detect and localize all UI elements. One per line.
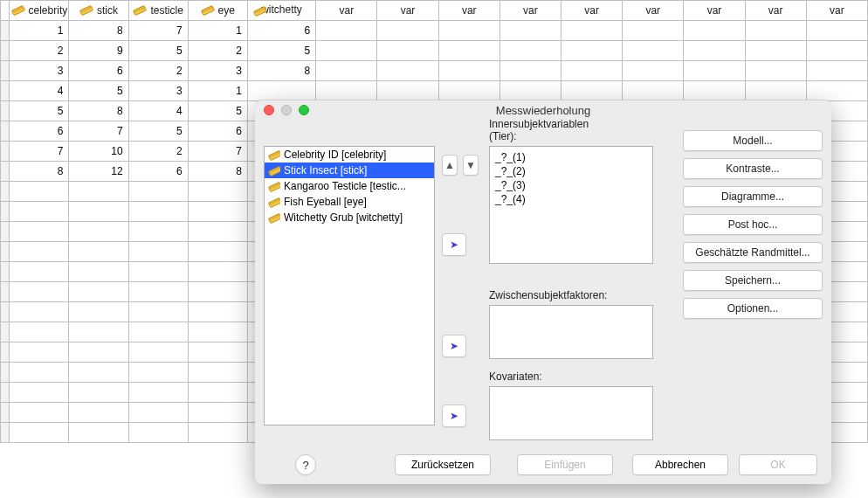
cell[interactable]: [745, 61, 806, 81]
cell[interactable]: 4: [128, 101, 188, 121]
cell[interactable]: 8: [69, 21, 128, 41]
cell[interactable]: [128, 242, 188, 262]
cell[interactable]: [69, 202, 128, 222]
cell[interactable]: 7: [128, 21, 188, 41]
row-header[interactable]: [1, 162, 10, 182]
cancel-button[interactable]: Abbrechen: [632, 454, 728, 475]
cell[interactable]: [10, 423, 69, 443]
cell[interactable]: [128, 282, 188, 302]
cell[interactable]: [623, 61, 684, 81]
help-button[interactable]: ?: [295, 454, 316, 475]
cell[interactable]: 1: [188, 81, 247, 101]
cell[interactable]: [806, 21, 867, 41]
cell[interactable]: 9: [69, 41, 128, 61]
col-header-stick[interactable]: stick: [69, 1, 128, 21]
cell[interactable]: 6: [247, 21, 315, 41]
cell[interactable]: [188, 423, 247, 443]
assign-covariate-button[interactable]: ➤: [442, 405, 466, 427]
variable-item[interactable]: Stick Insect [stick]: [265, 163, 434, 178]
cell[interactable]: [499, 81, 561, 101]
cell[interactable]: [377, 81, 438, 101]
col-header-empty[interactable]: var: [684, 1, 745, 21]
col-header-empty[interactable]: var: [377, 1, 438, 21]
cell[interactable]: [128, 322, 188, 342]
cell[interactable]: [438, 61, 499, 81]
cell[interactable]: 1: [10, 21, 69, 41]
move-up-button[interactable]: ▲: [442, 155, 458, 176]
cell[interactable]: [69, 423, 128, 443]
source-variable-list[interactable]: Celebrity ID [celebrity]Stick Insect [st…: [264, 146, 435, 425]
cell[interactable]: [438, 41, 499, 61]
cell[interactable]: 3: [188, 61, 247, 81]
cell[interactable]: [10, 383, 69, 403]
cell[interactable]: [188, 322, 247, 342]
assign-inner-button[interactable]: ➤: [442, 233, 466, 256]
cell[interactable]: [69, 302, 128, 322]
cell[interactable]: 5: [10, 101, 69, 121]
variable-item[interactable]: Kangaroo Testicle [testic...: [265, 178, 434, 194]
cell[interactable]: [499, 21, 561, 41]
zoom-icon[interactable]: [299, 105, 309, 115]
move-down-button[interactable]: ▼: [463, 155, 479, 176]
row-header[interactable]: [1, 302, 10, 322]
cell[interactable]: [69, 182, 128, 202]
cell[interactable]: [69, 403, 128, 423]
cell[interactable]: [806, 81, 867, 101]
col-header-empty[interactable]: var: [806, 1, 867, 21]
cell[interactable]: [10, 202, 69, 222]
cell[interactable]: [188, 403, 247, 423]
speichern-button[interactable]: Speichern...: [683, 270, 823, 291]
row-header[interactable]: [1, 342, 10, 363]
cell[interactable]: 12: [69, 162, 128, 182]
cell[interactable]: [10, 222, 69, 242]
cell[interactable]: 3: [128, 81, 188, 101]
cell[interactable]: [623, 81, 684, 101]
cell[interactable]: 7: [10, 142, 69, 162]
cell[interactable]: [745, 21, 806, 41]
cell[interactable]: [806, 61, 867, 81]
cell[interactable]: [561, 41, 623, 61]
row-header[interactable]: [1, 262, 10, 282]
row-header[interactable]: [1, 202, 10, 222]
cell[interactable]: 8: [247, 61, 315, 81]
cell[interactable]: [438, 21, 499, 41]
cell[interactable]: 8: [188, 162, 247, 182]
cell[interactable]: [69, 383, 128, 403]
optionen-button[interactable]: Optionen...: [683, 298, 823, 319]
cell[interactable]: [128, 182, 188, 202]
cell[interactable]: [247, 81, 315, 101]
row-header[interactable]: [1, 383, 10, 403]
cell[interactable]: [188, 202, 247, 222]
col-header-empty[interactable]: var: [623, 1, 684, 21]
cell[interactable]: 1: [188, 21, 247, 41]
gesch-tzte-randmittel-button[interactable]: Geschätzte Randmittel...: [683, 242, 823, 263]
cell[interactable]: [69, 262, 128, 282]
between-subject-list[interactable]: [489, 305, 653, 359]
cell[interactable]: [188, 262, 247, 282]
diagramme-button[interactable]: Diagramme...: [683, 186, 823, 207]
cell[interactable]: [69, 242, 128, 262]
variable-item[interactable]: Celebrity ID [celebrity]: [265, 147, 434, 163]
cell[interactable]: 5: [128, 41, 188, 61]
cell[interactable]: [316, 41, 377, 61]
cell[interactable]: 7: [69, 121, 128, 142]
cell[interactable]: 3: [10, 61, 69, 81]
modell-button[interactable]: Modell...: [683, 130, 823, 151]
cell[interactable]: [188, 282, 247, 302]
cell[interactable]: [128, 383, 188, 403]
cell[interactable]: 10: [69, 142, 128, 162]
cell[interactable]: 2: [188, 41, 247, 61]
assign-between-button[interactable]: ➤: [442, 335, 466, 357]
cell[interactable]: 6: [69, 61, 128, 81]
row-header[interactable]: [1, 403, 10, 423]
cell[interactable]: [69, 363, 128, 383]
row-header[interactable]: [1, 41, 10, 61]
col-header-eye[interactable]: eye: [188, 1, 247, 21]
cell[interactable]: [316, 61, 377, 81]
cell[interactable]: 6: [10, 121, 69, 142]
col-header-witchetty[interactable]: witchetty: [247, 1, 315, 21]
cell[interactable]: [499, 41, 561, 61]
col-header-empty[interactable]: var: [561, 1, 623, 21]
cell[interactable]: [684, 61, 745, 81]
row-header[interactable]: [1, 423, 10, 443]
